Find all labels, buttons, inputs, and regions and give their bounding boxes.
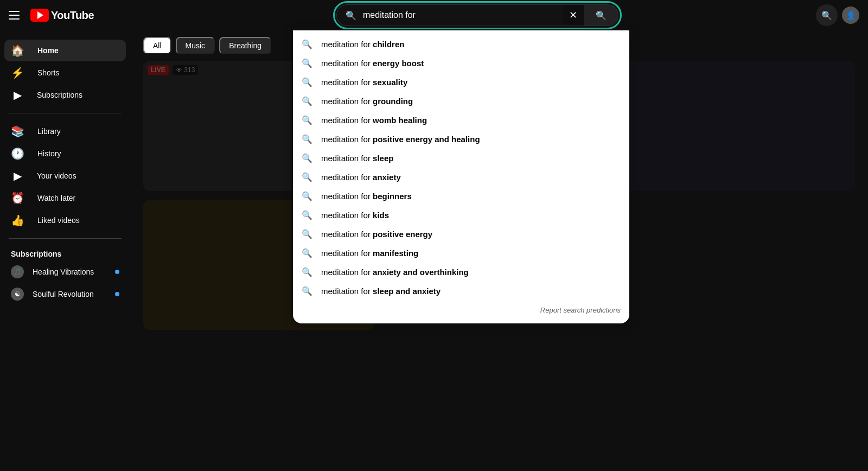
autocomplete-item-12[interactable]: 🔍 meditation for manifesting	[293, 244, 629, 263]
sidebar-item-your-videos[interactable]: ▶ Your videos	[4, 165, 126, 187]
healing-vibrations-dot	[115, 270, 119, 274]
sidebar-label-history: History	[37, 149, 61, 158]
search-input-wrapper: 🔍	[336, 4, 563, 26]
autocomplete-item-9[interactable]: 🔍 meditation for beginners	[293, 187, 629, 206]
autocomplete-search-icon-7: 🔍	[302, 153, 312, 163]
autocomplete-text-8: meditation for anxiety	[321, 173, 401, 182]
sidebar-item-library[interactable]: 📚 Library	[4, 120, 126, 142]
autocomplete-item-11[interactable]: 🔍 meditation for positive energy	[293, 225, 629, 244]
header: YouTube 🔍 ✕ 🔍 🔍 👤	[0, 0, 868, 30]
search-icon-right[interactable]: 🔍	[816, 4, 838, 26]
autocomplete-text-4: meditation for grounding	[321, 97, 413, 106]
autocomplete-text-3: meditation for sexuality	[321, 78, 407, 87]
autocomplete-text-11: meditation for positive energy	[321, 230, 432, 239]
library-icon: 📚	[11, 125, 24, 138]
autocomplete-search-icon-2: 🔍	[302, 58, 312, 68]
sidebar-library-section: 📚 Library 🕐 History ▶ Your videos ⏰ Watc…	[0, 118, 130, 234]
autocomplete-search-icon-8: 🔍	[302, 172, 312, 182]
autocomplete-search-icon-4: 🔍	[302, 96, 312, 106]
history-icon: 🕐	[11, 147, 24, 160]
sidebar-label-your-videos: Your videos	[37, 171, 76, 180]
chip-all[interactable]: All	[143, 37, 171, 54]
autocomplete-item-14[interactable]: 🔍 meditation for sleep and anxiety	[293, 282, 629, 301]
autocomplete-item-2[interactable]: 🔍 meditation for energy boost	[293, 54, 629, 73]
autocomplete-search-icon-13: 🔍	[302, 267, 312, 277]
autocomplete-text-9: meditation for beginners	[321, 192, 412, 201]
liked-videos-icon: 👍	[11, 214, 24, 227]
autocomplete-text-1: meditation for children	[321, 40, 404, 49]
sidebar-label-library: Library	[37, 127, 61, 136]
autocomplete-search-icon-5: 🔍	[302, 115, 312, 125]
sidebar-item-soulful-revolution[interactable]: ☯ Soulful Revolution	[4, 283, 126, 305]
header-right: 🔍 👤	[816, 4, 859, 26]
sidebar-subscriptions-section: Subscriptions 🎵 Healing Vibrations ☯ Sou…	[0, 243, 130, 308]
autocomplete-item-1[interactable]: 🔍 meditation for children	[293, 35, 629, 54]
autocomplete-item-8[interactable]: 🔍 meditation for anxiety	[293, 168, 629, 187]
autocomplete-search-icon-12: 🔍	[302, 248, 312, 258]
autocomplete-search-icon-9: 🔍	[302, 191, 312, 201]
sidebar-nav-section: 🏠 Home ⚡ Shorts ▶ Subscriptions	[0, 37, 130, 109]
hamburger-menu-button[interactable]	[9, 9, 22, 22]
chip-music[interactable]: Music	[176, 37, 215, 54]
autocomplete-text-12: meditation for manifesting	[321, 249, 418, 258]
search-container: 🔍 ✕ 🔍	[148, 4, 807, 26]
sidebar-item-home[interactable]: 🏠 Home	[4, 40, 126, 61]
autocomplete-item-6[interactable]: 🔍 meditation for positive energy and hea…	[293, 130, 629, 149]
watch-later-icon: ⏰	[11, 192, 24, 205]
autocomplete-search-icon-10: 🔍	[302, 210, 312, 220]
autocomplete-dropdown: 🔍 meditation for children 🔍 meditation f…	[293, 30, 629, 323]
autocomplete-item-5[interactable]: 🔍 meditation for womb healing	[293, 111, 629, 130]
sidebar-label-shorts: Shorts	[37, 68, 59, 77]
autocomplete-text-6: meditation for positive energy and heali…	[321, 135, 480, 144]
autocomplete-text-7: meditation for sleep	[321, 154, 393, 163]
sidebar-divider-2	[9, 238, 122, 239]
shorts-icon: ⚡	[11, 66, 24, 79]
youtube-logo-icon	[30, 9, 49, 22]
video-card-3[interactable]	[623, 61, 855, 191]
autocomplete-text-2: meditation for energy boost	[321, 59, 424, 68]
sidebar-item-liked-videos[interactable]: 👍 Liked videos	[4, 209, 126, 231]
autocomplete-item-4[interactable]: 🔍 meditation for grounding	[293, 92, 629, 111]
search-submit-button[interactable]: 🔍	[584, 4, 618, 26]
user-avatar[interactable]: 👤	[842, 7, 859, 24]
sidebar-item-shorts[interactable]: ⚡ Shorts	[4, 62, 126, 84]
search-wrapper: 🔍 ✕ 🔍	[336, 4, 618, 26]
report-predictions-link[interactable]: Report search predictions	[540, 306, 621, 314]
sidebar-label-liked-videos: Liked videos	[37, 216, 80, 225]
home-icon: 🏠	[11, 44, 24, 57]
soulful-revolution-dot	[115, 292, 119, 296]
sidebar-item-history[interactable]: 🕐 History	[4, 143, 126, 164]
autocomplete-item-3[interactable]: 🔍 meditation for sexuality	[293, 73, 629, 92]
autocomplete-search-icon-6: 🔍	[302, 134, 312, 144]
autocomplete-footer: Report search predictions	[293, 301, 629, 319]
sidebar: 🏠 Home ⚡ Shorts ▶ Subscriptions 📚 Librar…	[0, 30, 130, 471]
views-badge-1: 👁 313	[173, 65, 198, 75]
header-left: YouTube	[9, 9, 139, 22]
subscriptions-section-title: Subscriptions	[0, 245, 130, 260]
sidebar-label-watch-later: Watch later	[37, 194, 75, 202]
autocomplete-search-icon-3: 🔍	[302, 77, 312, 87]
autocomplete-item-10[interactable]: 🔍 meditation for kids	[293, 206, 629, 225]
healing-vibrations-name: Healing Vibrations	[33, 268, 106, 276]
healing-vibrations-avatar: 🎵	[11, 265, 24, 278]
search-clear-button[interactable]: ✕	[563, 4, 584, 26]
autocomplete-text-14: meditation for sleep and anxiety	[321, 287, 441, 296]
chip-breathing[interactable]: Breathing	[219, 37, 271, 54]
autocomplete-search-icon-11: 🔍	[302, 229, 312, 239]
autocomplete-text-10: meditation for kids	[321, 211, 389, 220]
soulful-revolution-name: Soulful Revolution	[33, 290, 106, 298]
autocomplete-text-13: meditation for anxiety and overthinking	[321, 268, 469, 277]
youtube-logo[interactable]: YouTube	[30, 9, 94, 22]
search-input[interactable]	[363, 10, 554, 20]
sidebar-item-subscriptions[interactable]: ▶ Subscriptions	[4, 84, 126, 106]
search-left-icon: 🔍	[346, 10, 356, 21]
sidebar-label-home: Home	[37, 46, 59, 55]
autocomplete-item-13[interactable]: 🔍 meditation for anxiety and overthinkin…	[293, 263, 629, 282]
your-videos-icon: ▶	[11, 169, 24, 182]
subscriptions-icon: ▶	[11, 88, 24, 101]
live-badge-1: LIVE	[148, 65, 169, 75]
sidebar-divider-1	[9, 113, 122, 113]
autocomplete-item-7[interactable]: 🔍 meditation for sleep	[293, 149, 629, 168]
sidebar-item-watch-later[interactable]: ⏰ Watch later	[4, 187, 126, 209]
sidebar-item-healing-vibrations[interactable]: 🎵 Healing Vibrations	[4, 261, 126, 283]
